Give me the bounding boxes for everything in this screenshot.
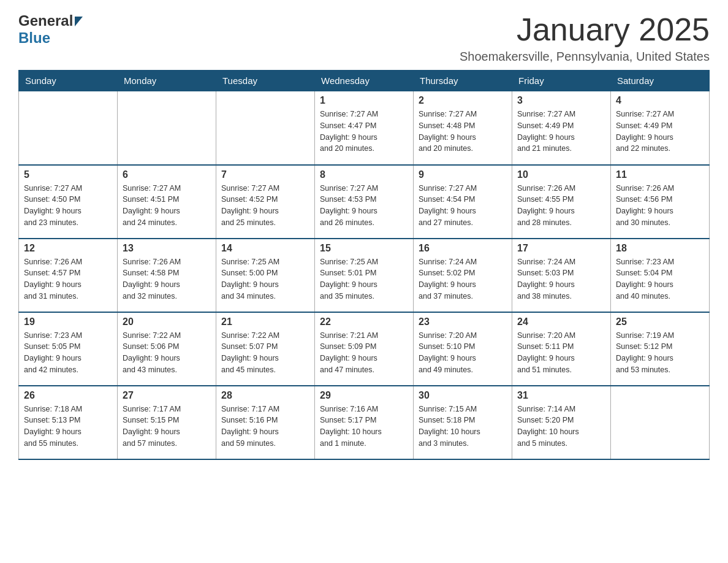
calendar-week-row: 19Sunrise: 7:23 AM Sunset: 5:05 PM Dayli… [19, 312, 710, 386]
day-info: Sunrise: 7:21 AM Sunset: 5:09 PM Dayligh… [320, 330, 408, 376]
day-info: Sunrise: 7:26 AM Sunset: 4:55 PM Dayligh… [517, 183, 605, 229]
day-number: 24 [517, 316, 605, 327]
calendar-table: SundayMondayTuesdayWednesdayThursdayFrid… [18, 70, 710, 460]
calendar-header-saturday: Saturday [611, 71, 710, 91]
calendar-cell: 22Sunrise: 7:21 AM Sunset: 5:09 PM Dayli… [315, 312, 414, 386]
calendar-cell: 31Sunrise: 7:14 AM Sunset: 5:20 PM Dayli… [512, 386, 611, 459]
calendar-week-row: 12Sunrise: 7:26 AM Sunset: 4:57 PM Dayli… [19, 239, 710, 312]
day-number: 5 [24, 169, 112, 180]
day-info: Sunrise: 7:15 AM Sunset: 5:18 PM Dayligh… [419, 404, 507, 450]
day-number: 14 [221, 243, 309, 254]
calendar-cell: 3Sunrise: 7:27 AM Sunset: 4:49 PM Daylig… [512, 91, 611, 165]
calendar-cell: 27Sunrise: 7:17 AM Sunset: 5:15 PM Dayli… [118, 386, 216, 459]
day-number: 8 [320, 169, 408, 180]
day-info: Sunrise: 7:24 AM Sunset: 5:03 PM Dayligh… [517, 256, 605, 302]
day-number: 7 [221, 169, 309, 180]
calendar-cell [19, 91, 118, 165]
day-number: 11 [616, 169, 704, 180]
calendar-header-thursday: Thursday [414, 71, 512, 91]
day-info: Sunrise: 7:19 AM Sunset: 5:12 PM Dayligh… [616, 330, 704, 376]
calendar-header-tuesday: Tuesday [216, 71, 315, 91]
day-number: 21 [221, 316, 309, 327]
day-number: 4 [616, 95, 704, 106]
day-info: Sunrise: 7:26 AM Sunset: 4:58 PM Dayligh… [123, 256, 211, 302]
day-number: 12 [24, 243, 112, 254]
calendar-cell: 8Sunrise: 7:27 AM Sunset: 4:53 PM Daylig… [315, 165, 414, 239]
day-info: Sunrise: 7:27 AM Sunset: 4:49 PM Dayligh… [517, 109, 605, 155]
calendar-cell: 21Sunrise: 7:22 AM Sunset: 5:07 PM Dayli… [216, 312, 315, 386]
calendar-cell: 18Sunrise: 7:23 AM Sunset: 5:04 PM Dayli… [611, 239, 710, 312]
calendar-cell: 6Sunrise: 7:27 AM Sunset: 4:51 PM Daylig… [118, 165, 216, 239]
logo-general-text: General [18, 12, 73, 29]
calendar-cell: 19Sunrise: 7:23 AM Sunset: 5:05 PM Dayli… [19, 312, 118, 386]
calendar-cell: 13Sunrise: 7:26 AM Sunset: 4:58 PM Dayli… [118, 239, 216, 312]
day-number: 10 [517, 169, 605, 180]
day-info: Sunrise: 7:22 AM Sunset: 5:06 PM Dayligh… [123, 330, 211, 376]
day-number: 30 [419, 390, 507, 401]
calendar-cell: 15Sunrise: 7:25 AM Sunset: 5:01 PM Dayli… [315, 239, 414, 312]
day-number: 18 [616, 243, 704, 254]
day-info: Sunrise: 7:18 AM Sunset: 5:13 PM Dayligh… [24, 404, 112, 450]
day-info: Sunrise: 7:27 AM Sunset: 4:53 PM Dayligh… [320, 183, 408, 229]
month-title: January 2025 [460, 12, 710, 47]
calendar-cell [118, 91, 216, 165]
day-info: Sunrise: 7:25 AM Sunset: 5:01 PM Dayligh… [320, 256, 408, 302]
calendar-cell: 5Sunrise: 7:27 AM Sunset: 4:50 PM Daylig… [19, 165, 118, 239]
day-info: Sunrise: 7:20 AM Sunset: 5:11 PM Dayligh… [517, 330, 605, 376]
day-info: Sunrise: 7:27 AM Sunset: 4:52 PM Dayligh… [221, 183, 309, 229]
day-number: 25 [616, 316, 704, 327]
day-info: Sunrise: 7:27 AM Sunset: 4:50 PM Dayligh… [24, 183, 112, 229]
day-number: 20 [123, 316, 211, 327]
calendar-cell: 7Sunrise: 7:27 AM Sunset: 4:52 PM Daylig… [216, 165, 315, 239]
calendar-week-row: 26Sunrise: 7:18 AM Sunset: 5:13 PM Dayli… [19, 386, 710, 459]
logo-triangle-icon [75, 17, 83, 26]
location-title: Shoemakersville, Pennsylvania, United St… [460, 50, 710, 64]
day-number: 13 [123, 243, 211, 254]
day-info: Sunrise: 7:25 AM Sunset: 5:00 PM Dayligh… [221, 256, 309, 302]
day-info: Sunrise: 7:27 AM Sunset: 4:47 PM Dayligh… [320, 109, 408, 155]
day-number: 3 [517, 95, 605, 106]
day-number: 17 [517, 243, 605, 254]
calendar-header-wednesday: Wednesday [315, 71, 414, 91]
calendar-header-friday: Friday [512, 71, 611, 91]
day-info: Sunrise: 7:14 AM Sunset: 5:20 PM Dayligh… [517, 404, 605, 450]
day-number: 1 [320, 95, 408, 106]
day-number: 16 [419, 243, 507, 254]
calendar-cell: 24Sunrise: 7:20 AM Sunset: 5:11 PM Dayli… [512, 312, 611, 386]
calendar-cell: 25Sunrise: 7:19 AM Sunset: 5:12 PM Dayli… [611, 312, 710, 386]
calendar-cell [611, 386, 710, 459]
day-info: Sunrise: 7:27 AM Sunset: 4:54 PM Dayligh… [419, 183, 507, 229]
calendar-week-row: 1Sunrise: 7:27 AM Sunset: 4:47 PM Daylig… [19, 91, 710, 165]
calendar-header-sunday: Sunday [19, 71, 118, 91]
calendar-cell: 17Sunrise: 7:24 AM Sunset: 5:03 PM Dayli… [512, 239, 611, 312]
calendar-cell: 30Sunrise: 7:15 AM Sunset: 5:18 PM Dayli… [414, 386, 512, 459]
calendar-cell: 29Sunrise: 7:16 AM Sunset: 5:17 PM Dayli… [315, 386, 414, 459]
day-number: 29 [320, 390, 408, 401]
calendar-cell: 16Sunrise: 7:24 AM Sunset: 5:02 PM Dayli… [414, 239, 512, 312]
calendar-cell [216, 91, 315, 165]
title-section: January 2025 Shoemakersville, Pennsylvan… [460, 12, 710, 64]
day-number: 2 [419, 95, 507, 106]
calendar-cell: 4Sunrise: 7:27 AM Sunset: 4:49 PM Daylig… [611, 91, 710, 165]
day-info: Sunrise: 7:27 AM Sunset: 4:51 PM Dayligh… [123, 183, 211, 229]
day-info: Sunrise: 7:27 AM Sunset: 4:48 PM Dayligh… [419, 109, 507, 155]
day-number: 9 [419, 169, 507, 180]
day-info: Sunrise: 7:16 AM Sunset: 5:17 PM Dayligh… [320, 404, 408, 450]
day-info: Sunrise: 7:17 AM Sunset: 5:15 PM Dayligh… [123, 404, 211, 450]
day-info: Sunrise: 7:17 AM Sunset: 5:16 PM Dayligh… [221, 404, 309, 450]
logo: General Blue [18, 12, 83, 47]
calendar-cell: 11Sunrise: 7:26 AM Sunset: 4:56 PM Dayli… [611, 165, 710, 239]
calendar-cell: 20Sunrise: 7:22 AM Sunset: 5:06 PM Dayli… [118, 312, 216, 386]
day-number: 23 [419, 316, 507, 327]
calendar-cell: 28Sunrise: 7:17 AM Sunset: 5:16 PM Dayli… [216, 386, 315, 459]
calendar-week-row: 5Sunrise: 7:27 AM Sunset: 4:50 PM Daylig… [19, 165, 710, 239]
day-info: Sunrise: 7:23 AM Sunset: 5:04 PM Dayligh… [616, 256, 704, 302]
day-info: Sunrise: 7:23 AM Sunset: 5:05 PM Dayligh… [24, 330, 112, 376]
calendar-cell: 12Sunrise: 7:26 AM Sunset: 4:57 PM Dayli… [19, 239, 118, 312]
day-number: 6 [123, 169, 211, 180]
day-info: Sunrise: 7:26 AM Sunset: 4:56 PM Dayligh… [616, 183, 704, 229]
logo-blue-text: Blue [18, 29, 50, 46]
day-number: 31 [517, 390, 605, 401]
day-number: 19 [24, 316, 112, 327]
day-number: 28 [221, 390, 309, 401]
